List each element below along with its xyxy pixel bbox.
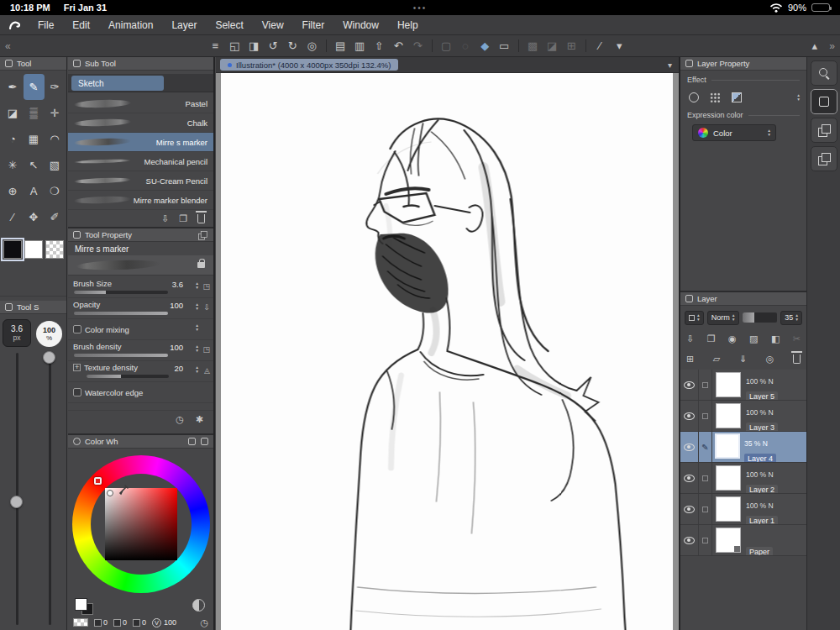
sub-tool-item-mirre-marker-blender[interactable]: Mirre marker blender — [68, 191, 213, 210]
tab-bar-chevron-icon[interactable]: ▾ — [668, 60, 672, 70]
rotate-right-icon[interactable]: ↻ — [283, 36, 302, 56]
redo-icon[interactable]: ↷ — [408, 36, 428, 56]
stepper-icon[interactable] — [196, 365, 198, 374]
menu-help[interactable]: Help — [388, 19, 428, 31]
layer-row-layer1[interactable]: 100 % N Layer 1 — [680, 494, 806, 525]
select-rectangle-icon[interactable]: ▢ — [437, 36, 456, 56]
new-folder-icon[interactable]: ▱ — [713, 354, 720, 365]
brush-size-settings-icon[interactable]: ◳ — [202, 282, 210, 291]
layer-thumbnail[interactable] — [716, 403, 741, 428]
menu-window[interactable]: Window — [333, 19, 388, 31]
hand-tool[interactable]: ✥ — [24, 204, 45, 230]
new-layer-icon[interactable]: ⊞ — [686, 354, 694, 365]
export-icon[interactable]: ⇧ — [370, 36, 389, 56]
canvas[interactable] — [221, 73, 673, 630]
main-menu-icon[interactable]: ≡ — [206, 36, 225, 56]
layer-visibility-toggle[interactable] — [680, 370, 699, 400]
layer-row-layer4-selected[interactable]: ✎ 35 % N Layer 4 — [680, 432, 806, 463]
layer-name[interactable]: Layer 3 — [746, 423, 778, 431]
sub-tool-item-mechanical-pencil[interactable]: Mechanical pencil — [68, 152, 213, 171]
transparent-chip[interactable] — [73, 618, 88, 627]
paper-thumbnail[interactable] — [716, 528, 741, 553]
saturation-value-square[interactable] — [105, 488, 177, 560]
sub-tool-item-su-cream-pencil[interactable]: SU-Cream Pencil — [68, 171, 213, 191]
document-tab[interactable]: Illustration* (4000 x 4000px 350dpi 132.… — [220, 59, 398, 71]
watercolor-edge-checkbox[interactable] — [73, 388, 81, 396]
pen-tool[interactable]: ✒ — [3, 74, 24, 100]
layer-row-layer2[interactable]: 100 % N Layer 2 — [680, 463, 806, 494]
settings-icon[interactable]: ✱ — [196, 414, 203, 425]
sub-tool-item-mirre-s-marker[interactable]: Mirre s marker — [68, 133, 213, 152]
transparent-color-swatch[interactable] — [45, 240, 64, 259]
history-icon[interactable]: ◷ — [176, 414, 184, 425]
layer-thumbnail[interactable] — [715, 433, 740, 459]
eyedropper-tool[interactable]: ✐ — [45, 204, 66, 230]
tool-options-chevron-icon[interactable]: ▾ — [610, 36, 629, 56]
layer-thumbnail[interactable] — [716, 372, 741, 397]
color-mixing-checkbox[interactable] — [73, 325, 81, 333]
figure-tool[interactable]: ▦ — [24, 126, 45, 152]
delete-layer-icon[interactable] — [793, 354, 801, 364]
layer-visibility-toggle[interactable] — [680, 463, 699, 493]
reset-view-icon[interactable]: ◎ — [302, 36, 322, 56]
layer-opacity-combo[interactable]: 35 — [780, 311, 802, 325]
layer-checkbox[interactable] — [702, 382, 708, 388]
hue-marker[interactable] — [94, 477, 102, 485]
lasso-tool[interactable]: ◠ — [45, 126, 66, 152]
property-opacity[interactable]: Opacity 100 ⇩ — [68, 298, 213, 319]
blend-stepper-icon[interactable] — [732, 313, 735, 322]
fit-selection-icon[interactable]: ◨ — [244, 36, 264, 56]
palette-mode-combo[interactable] — [685, 311, 704, 325]
blend-tool[interactable]: ◔ — [3, 126, 24, 152]
clip-studio-logo-icon[interactable] — [0, 18, 29, 31]
airbrush-tool[interactable]: ▒ — [24, 100, 45, 126]
eraser-tool[interactable]: ◪ — [3, 100, 24, 126]
collapse-left-icon[interactable]: « — [0, 40, 16, 52]
duplicate-subtool-icon[interactable]: ❐ — [179, 213, 187, 224]
layer-name[interactable]: Layer 2 — [746, 485, 778, 493]
opacity-source-icon[interactable]: ⇩ — [203, 303, 210, 312]
frame-border-icon[interactable]: ▭ — [495, 36, 514, 56]
stepper-icon[interactable] — [196, 344, 198, 353]
clip-to-layer-icon[interactable]: ❐ — [707, 333, 716, 344]
property-texture-density[interactable]: Texture density 20 ◬ — [68, 361, 213, 382]
rotate-left-icon[interactable]: ↺ — [264, 36, 283, 56]
sub-tool-panel-header[interactable]: Sub Tool — [68, 57, 213, 71]
layer-visibility-toggle[interactable] — [680, 525, 699, 555]
panel-collapse-up-icon[interactable]: ▴ — [805, 36, 824, 56]
property-brush-density[interactable]: Brush density 100 ◳ — [68, 340, 213, 361]
opacity-track[interactable] — [74, 312, 168, 315]
lock-icon[interactable] — [197, 262, 205, 268]
color-set-view-icon[interactable] — [201, 438, 208, 445]
quick-zoom-button[interactable] — [811, 60, 837, 86]
layer-name[interactable]: Paper — [746, 547, 773, 555]
auto-select-tool[interactable]: ✳ — [3, 152, 24, 178]
layer-checkbox[interactable] — [702, 413, 708, 419]
main-color-swatch[interactable] — [75, 598, 87, 611]
stepper-icon[interactable] — [196, 302, 198, 311]
border-effect-icon[interactable] — [689, 92, 699, 102]
snapshot-icon[interactable]: ◎ — [766, 354, 774, 365]
layer-name[interactable]: Layer 5 — [746, 391, 778, 400]
color-wheel-panel-header[interactable]: Color Wh — [68, 435, 213, 449]
main-color-swatch[interactable] — [3, 240, 22, 259]
tool-size-panel-header[interactable]: Tool S — [0, 301, 66, 314]
tool-property-panel-header[interactable]: Tool Property — [68, 228, 213, 242]
menu-view[interactable]: View — [253, 19, 293, 31]
menu-animation[interactable]: Animation — [99, 19, 162, 31]
layer-checkbox[interactable] — [702, 475, 708, 481]
subview-panel-toggle-button[interactable] — [811, 146, 837, 171]
layer-panel-header[interactable]: Layer — [680, 292, 806, 306]
tool-panel-header[interactable]: Tool — [0, 57, 66, 71]
layer-row-paper[interactable]: Paper — [680, 525, 806, 556]
ruler-icon[interactable]: ✂ — [793, 333, 801, 344]
layer-property-toggle-button[interactable] — [811, 89, 837, 114]
property-watercolor-edge[interactable]: Watercolor edge — [68, 382, 213, 403]
menu-layer[interactable]: Layer — [162, 19, 206, 31]
sub-color-swatch[interactable] — [24, 240, 43, 259]
density-source-icon[interactable]: ◳ — [202, 345, 210, 354]
brush-size-track[interactable] — [74, 291, 168, 294]
pencil-tool[interactable]: ✎ — [24, 74, 45, 100]
open-file-icon[interactable]: ▥ — [350, 36, 370, 56]
layer-name[interactable]: Layer 4 — [744, 454, 776, 462]
